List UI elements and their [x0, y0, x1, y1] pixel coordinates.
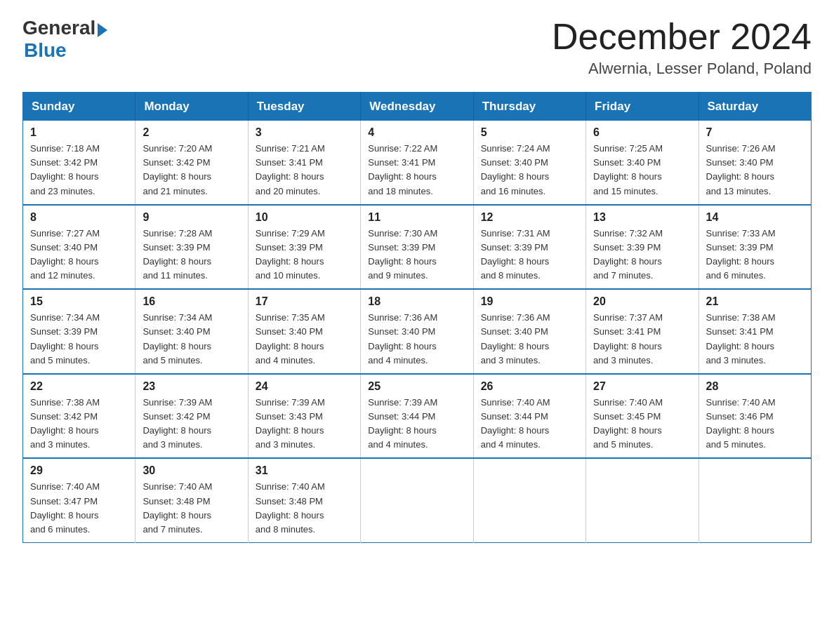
- weekday-header-monday: Monday: [135, 93, 248, 121]
- weekday-header-thursday: Thursday: [473, 93, 585, 121]
- calendar-week-4: 22Sunrise: 7:38 AMSunset: 3:42 PMDayligh…: [23, 374, 812, 459]
- calendar-cell: [586, 458, 699, 542]
- calendar-cell: 21Sunrise: 7:38 AMSunset: 3:41 PMDayligh…: [699, 289, 811, 374]
- calendar-cell: 23Sunrise: 7:39 AMSunset: 3:42 PMDayligh…: [135, 374, 248, 459]
- day-info: Sunrise: 7:18 AMSunset: 3:42 PMDaylight:…: [30, 142, 128, 199]
- calendar-cell: 22Sunrise: 7:38 AMSunset: 3:42 PMDayligh…: [23, 374, 135, 459]
- day-number: 21: [706, 295, 804, 308]
- logo-blue-text: Blue: [24, 39, 67, 62]
- day-number: 30: [143, 464, 240, 477]
- day-info: Sunrise: 7:34 AMSunset: 3:39 PMDaylight:…: [30, 311, 128, 368]
- calendar-week-1: 1Sunrise: 7:18 AMSunset: 3:42 PMDaylight…: [23, 121, 812, 205]
- calendar-cell: 8Sunrise: 7:27 AMSunset: 3:40 PMDaylight…: [23, 205, 135, 290]
- calendar-cell: 20Sunrise: 7:37 AMSunset: 3:41 PMDayligh…: [586, 289, 699, 374]
- day-info: Sunrise: 7:35 AMSunset: 3:40 PMDaylight:…: [256, 311, 353, 368]
- calendar-cell: 17Sunrise: 7:35 AMSunset: 3:40 PMDayligh…: [248, 289, 360, 374]
- day-info: Sunrise: 7:24 AMSunset: 3:40 PMDaylight:…: [481, 142, 578, 199]
- day-number: 8: [30, 211, 128, 224]
- day-info: Sunrise: 7:32 AMSunset: 3:39 PMDaylight:…: [593, 227, 691, 283]
- day-info: Sunrise: 7:33 AMSunset: 3:39 PMDaylight:…: [706, 227, 804, 283]
- calendar-cell: 29Sunrise: 7:40 AMSunset: 3:47 PMDayligh…: [23, 458, 135, 542]
- calendar-cell: 12Sunrise: 7:31 AMSunset: 3:39 PMDayligh…: [473, 205, 585, 290]
- day-number: 18: [368, 295, 465, 308]
- calendar-cell: 1Sunrise: 7:18 AMSunset: 3:42 PMDaylight…: [23, 121, 135, 205]
- logo-arrow-icon: [98, 23, 107, 37]
- day-number: 9: [143, 211, 240, 224]
- day-number: 1: [30, 126, 128, 139]
- calendar-week-5: 29Sunrise: 7:40 AMSunset: 3:47 PMDayligh…: [23, 458, 812, 542]
- title-block: December 2024 Alwernia, Lesser Poland, P…: [552, 17, 812, 78]
- day-info: Sunrise: 7:20 AMSunset: 3:42 PMDaylight:…: [143, 142, 240, 199]
- calendar-cell: 7Sunrise: 7:26 AMSunset: 3:40 PMDaylight…: [699, 121, 811, 205]
- day-number: 22: [30, 380, 128, 393]
- calendar-cell: 5Sunrise: 7:24 AMSunset: 3:40 PMDaylight…: [473, 121, 585, 205]
- day-info: Sunrise: 7:36 AMSunset: 3:40 PMDaylight:…: [481, 311, 578, 368]
- calendar-cell: 30Sunrise: 7:40 AMSunset: 3:48 PMDayligh…: [135, 458, 248, 542]
- day-info: Sunrise: 7:26 AMSunset: 3:40 PMDaylight:…: [706, 142, 804, 199]
- calendar-cell: 14Sunrise: 7:33 AMSunset: 3:39 PMDayligh…: [699, 205, 811, 290]
- day-info: Sunrise: 7:36 AMSunset: 3:40 PMDaylight:…: [368, 311, 465, 368]
- day-info: Sunrise: 7:40 AMSunset: 3:48 PMDaylight:…: [143, 480, 240, 537]
- day-number: 4: [368, 126, 465, 139]
- calendar-title: December 2024: [552, 17, 812, 57]
- day-info: Sunrise: 7:21 AMSunset: 3:41 PMDaylight:…: [256, 142, 353, 199]
- day-info: Sunrise: 7:40 AMSunset: 3:47 PMDaylight:…: [30, 480, 128, 537]
- calendar-cell: 2Sunrise: 7:20 AMSunset: 3:42 PMDaylight…: [135, 121, 248, 205]
- calendar-cell: 10Sunrise: 7:29 AMSunset: 3:39 PMDayligh…: [248, 205, 360, 290]
- calendar-cell: 13Sunrise: 7:32 AMSunset: 3:39 PMDayligh…: [586, 205, 699, 290]
- day-info: Sunrise: 7:28 AMSunset: 3:39 PMDaylight:…: [143, 227, 240, 283]
- day-info: Sunrise: 7:29 AMSunset: 3:39 PMDaylight:…: [256, 227, 353, 283]
- day-number: 26: [481, 380, 578, 393]
- day-info: Sunrise: 7:39 AMSunset: 3:44 PMDaylight:…: [368, 396, 465, 452]
- day-number: 12: [481, 211, 578, 224]
- calendar-cell: 15Sunrise: 7:34 AMSunset: 3:39 PMDayligh…: [23, 289, 135, 374]
- day-number: 15: [30, 295, 128, 308]
- day-number: 2: [143, 126, 240, 139]
- calendar-cell: 25Sunrise: 7:39 AMSunset: 3:44 PMDayligh…: [361, 374, 473, 459]
- day-info: Sunrise: 7:40 AMSunset: 3:44 PMDaylight:…: [481, 396, 578, 452]
- day-number: 6: [593, 126, 691, 139]
- calendar-location: Alwernia, Lesser Poland, Poland: [552, 60, 812, 78]
- day-info: Sunrise: 7:22 AMSunset: 3:41 PMDaylight:…: [368, 142, 465, 199]
- day-info: Sunrise: 7:39 AMSunset: 3:43 PMDaylight:…: [256, 396, 353, 452]
- day-number: 7: [706, 126, 804, 139]
- day-number: 5: [481, 126, 578, 139]
- day-number: 24: [256, 380, 353, 393]
- calendar-cell: 3Sunrise: 7:21 AMSunset: 3:41 PMDaylight…: [248, 121, 360, 205]
- day-info: Sunrise: 7:38 AMSunset: 3:42 PMDaylight:…: [30, 396, 128, 452]
- calendar-cell: 11Sunrise: 7:30 AMSunset: 3:39 PMDayligh…: [361, 205, 473, 290]
- day-number: 16: [143, 295, 240, 308]
- day-number: 13: [593, 211, 691, 224]
- day-info: Sunrise: 7:25 AMSunset: 3:40 PMDaylight:…: [593, 142, 691, 199]
- weekday-header-tuesday: Tuesday: [248, 93, 360, 121]
- day-info: Sunrise: 7:40 AMSunset: 3:45 PMDaylight:…: [593, 396, 691, 452]
- weekday-header-row: SundayMondayTuesdayWednesdayThursdayFrid…: [23, 93, 812, 121]
- day-number: 29: [30, 464, 128, 477]
- calendar-cell: [473, 458, 585, 542]
- weekday-header-friday: Friday: [586, 93, 699, 121]
- calendar-cell: 9Sunrise: 7:28 AMSunset: 3:39 PMDaylight…: [135, 205, 248, 290]
- day-number: 10: [256, 211, 353, 224]
- day-info: Sunrise: 7:39 AMSunset: 3:42 PMDaylight:…: [143, 396, 240, 452]
- logo-general-text: General: [22, 17, 95, 39]
- calendar-cell: [361, 458, 473, 542]
- calendar-cell: 31Sunrise: 7:40 AMSunset: 3:48 PMDayligh…: [248, 458, 360, 542]
- calendar-cell: 6Sunrise: 7:25 AMSunset: 3:40 PMDaylight…: [586, 121, 699, 205]
- calendar-cell: [699, 458, 811, 542]
- day-info: Sunrise: 7:40 AMSunset: 3:46 PMDaylight:…: [706, 396, 804, 452]
- page-header: General Blue December 2024 Alwernia, Les…: [22, 17, 812, 78]
- day-number: 25: [368, 380, 465, 393]
- calendar-cell: 16Sunrise: 7:34 AMSunset: 3:40 PMDayligh…: [135, 289, 248, 374]
- calendar-cell: 27Sunrise: 7:40 AMSunset: 3:45 PMDayligh…: [586, 374, 699, 459]
- day-number: 20: [593, 295, 691, 308]
- day-info: Sunrise: 7:38 AMSunset: 3:41 PMDaylight:…: [706, 311, 804, 368]
- day-number: 3: [256, 126, 353, 139]
- day-number: 14: [706, 211, 804, 224]
- calendar-cell: 19Sunrise: 7:36 AMSunset: 3:40 PMDayligh…: [473, 289, 585, 374]
- weekday-header-wednesday: Wednesday: [361, 93, 473, 121]
- logo: General Blue: [22, 17, 107, 62]
- day-number: 19: [481, 295, 578, 308]
- day-info: Sunrise: 7:27 AMSunset: 3:40 PMDaylight:…: [30, 227, 128, 283]
- calendar-cell: 18Sunrise: 7:36 AMSunset: 3:40 PMDayligh…: [361, 289, 473, 374]
- calendar-table: SundayMondayTuesdayWednesdayThursdayFrid…: [22, 92, 812, 543]
